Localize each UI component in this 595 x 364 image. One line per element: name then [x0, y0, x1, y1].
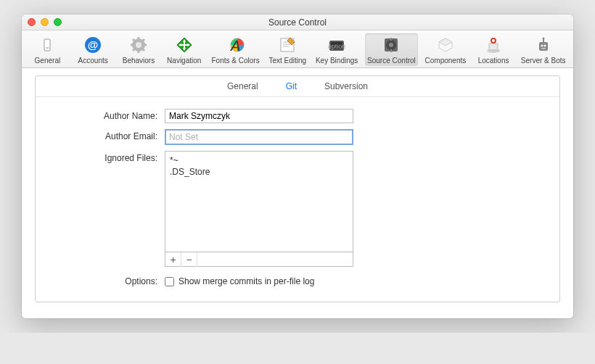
- toolbar-item-key-bindings[interactable]: option Key Bindings: [313, 33, 360, 66]
- svg-text:option: option: [328, 43, 345, 50]
- svg-rect-40: [539, 42, 548, 51]
- svg-point-5: [136, 42, 141, 48]
- titlebar: Source Control: [22, 15, 573, 30]
- window-title: Source Control: [22, 17, 573, 28]
- git-form: Author Name: Author Email: Ignored Files…: [36, 97, 559, 302]
- preferences-toolbar: General @ Accounts Behaviors Navigation …: [22, 30, 573, 68]
- svg-rect-1: [46, 47, 49, 49]
- author-name-label: Author Name:: [56, 109, 165, 123]
- text-editing-icon: [277, 35, 298, 55]
- subtab-subversion[interactable]: Subversion: [324, 81, 368, 91]
- merge-commits-checkbox[interactable]: [165, 277, 174, 286]
- toolbar-item-source-control[interactable]: Source Control: [365, 33, 418, 66]
- svg-point-31: [389, 43, 393, 47]
- svg-point-39: [492, 39, 495, 42]
- svg-rect-32: [390, 38, 392, 41]
- close-button[interactable]: [28, 18, 36, 26]
- fonts-colors-icon: A: [226, 35, 246, 55]
- svg-point-42: [543, 45, 546, 47]
- ignored-files-listbox[interactable]: *~ .DS_Store: [165, 151, 353, 252]
- subtab-bar: General Git Subversion: [36, 76, 559, 97]
- accounts-icon: @: [83, 35, 103, 55]
- remove-button[interactable]: −: [181, 252, 197, 267]
- author-email-label: Author Email:: [56, 129, 165, 144]
- behaviors-icon: [128, 35, 149, 55]
- toolbar-item-server-bots[interactable]: Server & Bots: [519, 33, 568, 66]
- svg-rect-43: [541, 48, 546, 49]
- navigation-icon: [174, 35, 194, 55]
- svg-rect-37: [489, 44, 498, 50]
- toolbar-item-general[interactable]: General: [27, 33, 67, 66]
- toolbar-item-fonts-colors[interactable]: A Fonts & Colors: [210, 33, 262, 66]
- add-button[interactable]: +: [165, 252, 181, 267]
- ignored-files-row: Ignored Files: *~ .DS_Store + −: [56, 151, 539, 267]
- options-row: Options: Show merge commits in per-file …: [56, 274, 539, 289]
- subtab-general[interactable]: General: [227, 81, 258, 91]
- toolbar-item-navigation[interactable]: Navigation: [164, 33, 205, 66]
- author-email-input[interactable]: [165, 129, 353, 145]
- list-item[interactable]: *~: [170, 154, 348, 166]
- list-item[interactable]: .DS_Store: [170, 166, 348, 178]
- subtab-git[interactable]: Git: [286, 81, 297, 91]
- server-bots-icon: [533, 35, 554, 55]
- zoom-button[interactable]: [54, 18, 62, 26]
- components-icon: [435, 35, 456, 55]
- general-icon: [37, 35, 57, 55]
- author-name-row: Author Name:: [56, 109, 539, 123]
- preferences-window: Source Control General @ Accounts Behavi…: [22, 15, 573, 318]
- author-name-input[interactable]: [165, 109, 353, 123]
- content-area: General Git Subversion Author Name: Auth…: [22, 68, 573, 318]
- toolbar-item-components[interactable]: Components: [423, 33, 469, 66]
- toolbar-item-accounts[interactable]: @ Accounts: [73, 33, 113, 66]
- svg-text:A: A: [230, 38, 240, 54]
- minimize-button[interactable]: [41, 18, 49, 26]
- list-footer: + −: [165, 252, 353, 267]
- toolbar-item-behaviors[interactable]: Behaviors: [118, 33, 159, 66]
- locations-icon: [483, 35, 504, 55]
- author-email-row: Author Email:: [56, 129, 539, 145]
- svg-rect-33: [390, 49, 392, 52]
- svg-point-45: [542, 38, 544, 40]
- svg-rect-0: [44, 39, 50, 51]
- svg-line-11: [142, 49, 144, 51]
- toolbar-item-text-editing[interactable]: Text Editing: [266, 33, 308, 66]
- ignored-files-label: Ignored Files:: [56, 151, 165, 165]
- settings-panel: General Git Subversion Author Name: Auth…: [35, 75, 560, 302]
- svg-line-13: [142, 39, 144, 41]
- merge-commits-label: Show merge commits in per-file log: [178, 276, 314, 286]
- source-control-icon: [381, 35, 401, 55]
- svg-line-12: [133, 49, 135, 51]
- svg-text:@: @: [88, 38, 99, 51]
- svg-point-41: [541, 45, 543, 47]
- traffic-lights: [28, 18, 62, 26]
- key-bindings-icon: option: [327, 35, 347, 55]
- svg-line-10: [133, 39, 135, 41]
- toolbar-item-locations[interactable]: Locations: [473, 33, 514, 66]
- options-label: Options:: [56, 274, 165, 289]
